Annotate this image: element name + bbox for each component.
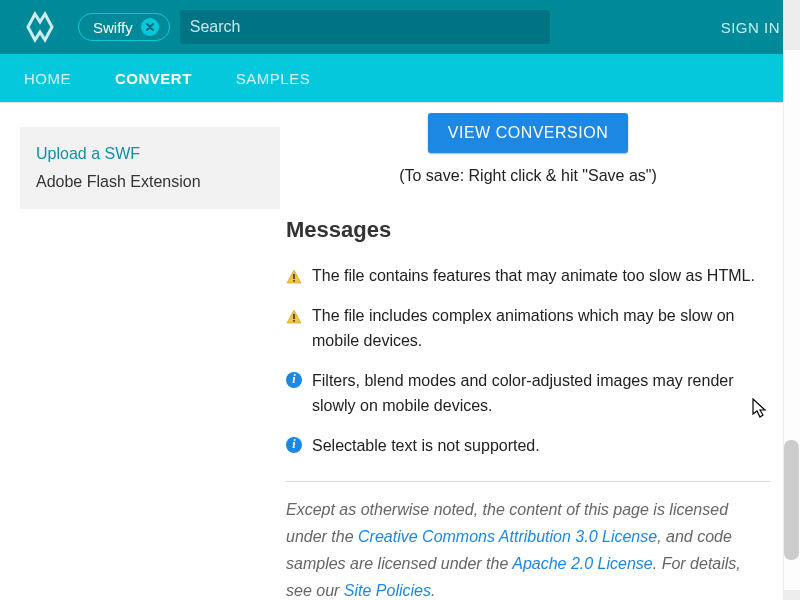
- body: Upload a SWF Adobe Flash Extension VIEW …: [0, 102, 800, 600]
- sidebar-extension-label: Adobe Flash Extension: [36, 173, 264, 191]
- save-hint: (To save: Right click & hit "Save as"): [286, 167, 770, 185]
- sidebar-card: Upload a SWF Adobe Flash Extension: [20, 127, 280, 209]
- sign-in-link[interactable]: SIGN IN: [721, 19, 780, 36]
- warning-message: The file contains features that may anim…: [286, 263, 770, 289]
- warning-icon: [286, 307, 302, 323]
- footer-text: .: [431, 582, 435, 599]
- info-icon: i: [286, 372, 302, 388]
- license-footer: Except as otherwise noted, the content o…: [286, 496, 770, 600]
- chip-label: Swiffy: [93, 19, 133, 36]
- info-message: iSelectable text is not supported.: [286, 433, 770, 459]
- main-content: VIEW CONVERSION (To save: Right click & …: [286, 103, 800, 600]
- search-input[interactable]: [180, 10, 550, 44]
- logo-icon[interactable]: [20, 10, 60, 44]
- top-bar: Swiffy SIGN IN: [0, 0, 800, 54]
- message-text: Filters, blend modes and color-adjusted …: [312, 368, 770, 419]
- svg-rect-0: [293, 274, 295, 279]
- apache-license-link[interactable]: Apache 2.0 License: [512, 555, 653, 572]
- filter-chip-swiffy[interactable]: Swiffy: [78, 13, 170, 41]
- warning-icon: [286, 267, 302, 283]
- info-icon: i: [286, 437, 302, 453]
- messages-heading: Messages: [286, 217, 770, 243]
- message-text: Selectable text is not supported.: [312, 433, 770, 459]
- nav-tabs: HOME CONVERT SAMPLES: [0, 54, 800, 102]
- sidebar-upload-link[interactable]: Upload a SWF: [36, 145, 264, 163]
- message-text: The file includes complex animations whi…: [312, 303, 770, 354]
- info-message: iFilters, blend modes and color-adjusted…: [286, 368, 770, 419]
- view-conversion-button[interactable]: VIEW CONVERSION: [428, 113, 628, 153]
- message-text: The file contains features that may anim…: [312, 263, 770, 289]
- warning-message: The file includes complex animations whi…: [286, 303, 770, 354]
- svg-rect-2: [293, 314, 295, 319]
- chip-close-icon[interactable]: [141, 18, 159, 36]
- site-policies-link[interactable]: Site Policies: [344, 582, 431, 599]
- separator: [286, 481, 770, 482]
- svg-rect-3: [293, 320, 295, 322]
- sidebar: Upload a SWF Adobe Flash Extension: [0, 103, 286, 600]
- nav-samples[interactable]: SAMPLES: [236, 70, 310, 87]
- messages-list: The file contains features that may anim…: [286, 263, 770, 459]
- cc-license-link[interactable]: Creative Commons Attribution 3.0 License: [358, 528, 657, 545]
- nav-convert[interactable]: CONVERT: [115, 70, 192, 87]
- svg-rect-1: [293, 280, 295, 282]
- scrollbar-thumb[interactable]: [784, 440, 799, 560]
- nav-home[interactable]: HOME: [24, 70, 71, 87]
- inner-scrollbar-track[interactable]: [783, 50, 800, 590]
